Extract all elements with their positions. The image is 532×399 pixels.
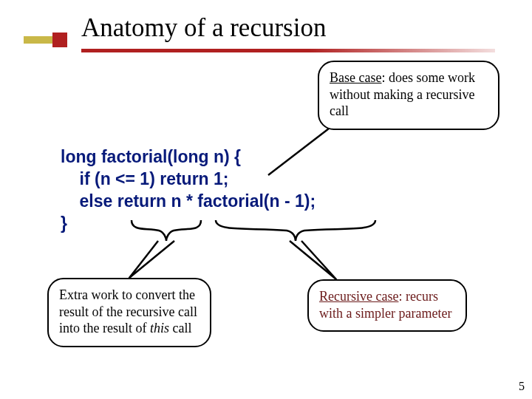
svg-rect-0 [24,36,57,44]
code-line-1: long factorial(long n) { [61,147,241,166]
svg-line-3 [133,243,171,279]
page-number: 5 [519,380,525,393]
svg-rect-1 [52,33,67,47]
callout-extra-text: Extra work to convert the result of the … [59,287,197,335]
callout-base-label: Base case [330,70,381,85]
code-line-2: if (n <= 1) return 1; [61,169,228,188]
callout-recursive-case: Recursive case: recurs with a simpler pa… [307,279,467,332]
code-line-4: } [61,214,67,233]
callout-recursive-label: Recursive case [319,289,398,304]
callout-extra-work: Extra work to convert the result of the … [47,278,211,347]
title-underline [81,49,495,52]
code-line-3: else return n * factorial(n - 1); [61,191,316,211]
code-block: long factorial(long n) { if (n <= 1) ret… [61,146,316,235]
slide-title: Anatomy of a recursion [81,13,326,43]
title-bullet-decoration [24,30,74,50]
callout-base-case: Base case: does some work without making… [318,61,499,130]
